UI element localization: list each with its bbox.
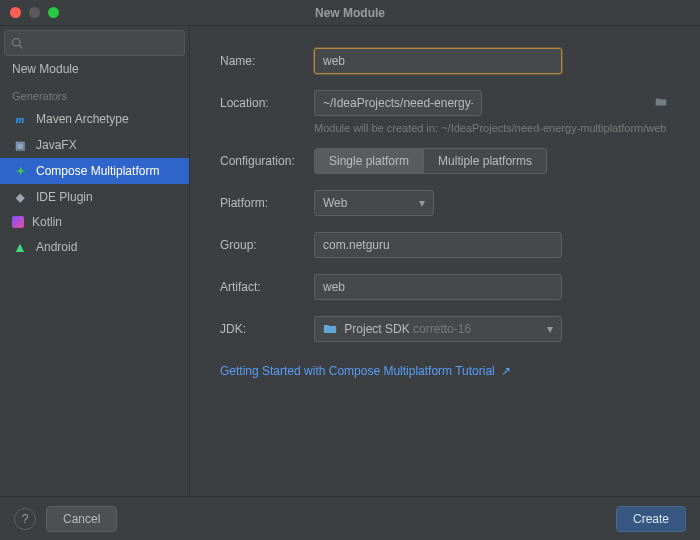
platform-value: Web <box>323 196 347 210</box>
titlebar: New Module <box>0 0 700 26</box>
location-label: Location: <box>220 96 314 110</box>
folder-icon <box>323 323 337 334</box>
search-icon <box>11 37 23 49</box>
group-label: Group: <box>220 238 314 252</box>
sidebar-item-label: Kotlin <box>32 215 62 229</box>
jdk-value: Project SDK corretto-16 <box>323 322 471 336</box>
footer: ? Cancel Create <box>0 496 700 540</box>
minimize-window-icon[interactable] <box>29 7 40 18</box>
configuration-label: Configuration: <box>220 154 314 168</box>
ide-plugin-icon: ◆ <box>12 189 28 205</box>
sidebar-item-label: Android <box>36 240 77 254</box>
help-button[interactable]: ? <box>14 508 36 530</box>
sidebar: New Module Generators m Maven Archetype … <box>0 26 190 496</box>
external-link-icon: ↗ <box>501 364 511 378</box>
android-icon: ▲ <box>12 239 28 255</box>
zoom-window-icon[interactable] <box>48 7 59 18</box>
sidebar-item-javafx[interactable]: ▣ JavaFX <box>0 132 189 158</box>
cancel-button[interactable]: Cancel <box>46 506 117 532</box>
name-label: Name: <box>220 54 314 68</box>
sidebar-item-label: Compose Multiplatform <box>36 164 159 178</box>
chevron-down-icon: ▾ <box>547 322 553 336</box>
jdk-label: JDK: <box>220 322 314 336</box>
sidebar-item-kotlin[interactable]: Kotlin <box>0 210 189 234</box>
chevron-down-icon: ▾ <box>419 196 425 210</box>
artifact-label: Artifact: <box>220 280 314 294</box>
search-input[interactable] <box>4 30 185 56</box>
sidebar-item-label: JavaFX <box>36 138 77 152</box>
platform-dropdown[interactable]: Web ▾ <box>314 190 434 216</box>
sidebar-item-label: IDE Plugin <box>36 190 93 204</box>
sidebar-item-ide-plugin[interactable]: ◆ IDE Plugin <box>0 184 189 210</box>
sidebar-item-android[interactable]: ▲ Android <box>0 234 189 260</box>
tutorial-link[interactable]: Getting Started with Compose Multiplatfo… <box>220 364 511 378</box>
window-controls <box>10 7 59 18</box>
kotlin-icon <box>12 216 24 228</box>
name-input[interactable] <box>314 48 562 74</box>
form-panel: Name: Location: Module will be created i… <box>190 26 700 496</box>
maven-icon: m <box>12 111 28 127</box>
jdk-dropdown[interactable]: Project SDK corretto-16 ▾ <box>314 316 562 342</box>
sidebar-item-label: Maven Archetype <box>36 112 129 126</box>
sidebar-item-compose-multiplatform[interactable]: ✦ Compose Multiplatform <box>0 158 189 184</box>
location-hint: Module will be created in: ~/IdeaProject… <box>314 122 674 134</box>
configuration-segmented: Single platform Multiple platforms <box>314 148 547 174</box>
sidebar-root-item[interactable]: New Module <box>0 56 189 82</box>
platform-label: Platform: <box>220 196 314 210</box>
create-button[interactable]: Create <box>616 506 686 532</box>
browse-folder-icon[interactable] <box>654 95 668 112</box>
configuration-option-single[interactable]: Single platform <box>315 149 424 173</box>
svg-point-0 <box>13 39 21 47</box>
sidebar-section-label: Generators <box>0 82 189 106</box>
artifact-input[interactable] <box>314 274 562 300</box>
javafx-icon: ▣ <box>12 137 28 153</box>
close-window-icon[interactable] <box>10 7 21 18</box>
sidebar-item-maven-archetype[interactable]: m Maven Archetype <box>0 106 189 132</box>
location-input[interactable] <box>314 90 482 116</box>
group-input[interactable] <box>314 232 562 258</box>
compose-icon: ✦ <box>12 163 28 179</box>
window-title: New Module <box>0 0 700 26</box>
configuration-option-multiple[interactable]: Multiple platforms <box>424 149 546 173</box>
svg-line-1 <box>19 45 22 48</box>
